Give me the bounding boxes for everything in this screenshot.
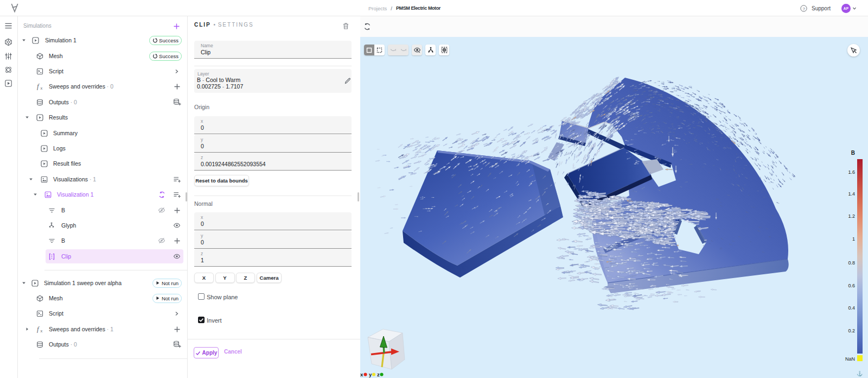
- svg-text:x: x: [41, 329, 43, 333]
- svg-text:f: f: [37, 325, 40, 333]
- svg-text:x: x: [360, 371, 363, 377]
- svg-text:f: f: [37, 83, 40, 90]
- svg-text:y: y: [369, 371, 372, 377]
- svg-text:x: x: [41, 86, 43, 90]
- svg-text:z: z: [377, 371, 380, 377]
- svg-text:?: ?: [802, 6, 805, 11]
